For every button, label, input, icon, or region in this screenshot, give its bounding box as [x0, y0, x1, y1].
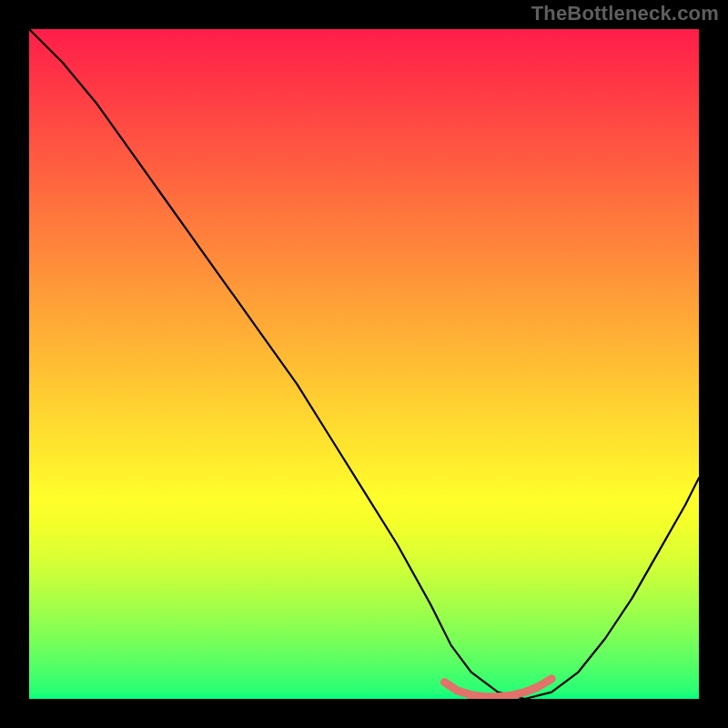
- chart-plot-area: [29, 29, 699, 699]
- bottleneck-curve-line: [29, 29, 699, 699]
- chart-svg: [29, 29, 699, 699]
- watermark-text: TheBottleneck.com: [531, 2, 719, 25]
- optimal-band-line: [444, 679, 551, 697]
